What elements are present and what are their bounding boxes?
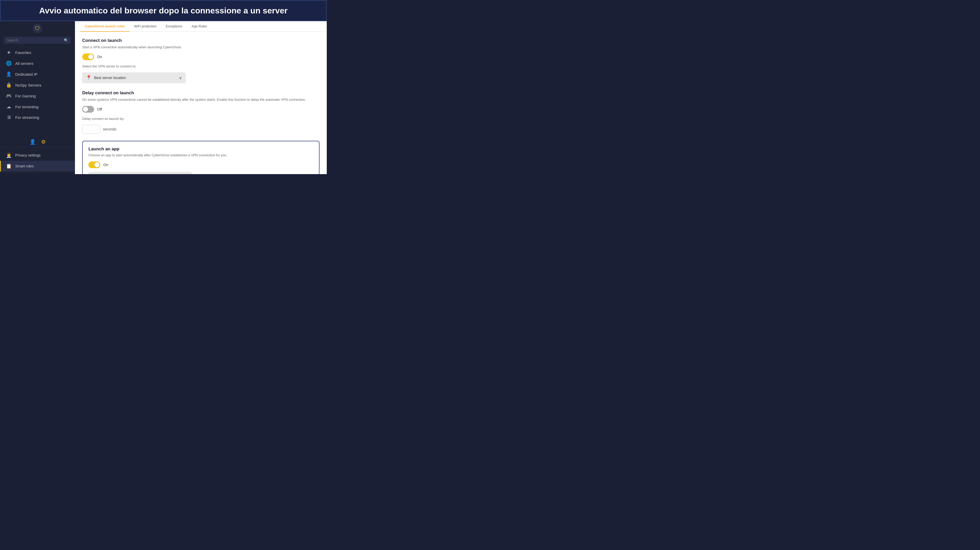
app-layout: 🛡 🔍 ★ Favorites 🌐 All servers 👤 Dedicate… — [0, 21, 327, 174]
gamepad-icon: 🎮 — [6, 93, 12, 99]
sidebar: 🛡 🔍 ★ Favorites 🌐 All servers 👤 Dedicate… — [0, 21, 75, 174]
launch-app-toggle-label: On — [103, 163, 108, 167]
sidebar-search[interactable]: 🔍 — [4, 37, 71, 44]
cloud-upload-icon: ☁ — [6, 104, 12, 109]
delay-unit-label: seconds — [103, 127, 116, 131]
server-location-dropdown[interactable]: 📍 Best server location ∨ — [82, 72, 186, 83]
delay-connect-title: Delay connect on launch — [82, 90, 320, 95]
app-logo: 🛡 — [33, 24, 42, 33]
person-icon: 👤 — [6, 71, 12, 77]
tab-cyberghost-launch-rules[interactable]: CyberGhost launch rules — [80, 21, 129, 32]
delay-label: Delay connect on launch by: — [82, 116, 320, 121]
sidebar-item-label: For Gaming — [15, 94, 36, 98]
search-icon: 🔍 — [64, 38, 68, 42]
tab-wifi-protection[interactable]: WiFi protection — [129, 21, 161, 32]
browser-app-dropdown[interactable]: e Open default browser in incognito mode… — [88, 172, 192, 174]
sidebar-item-label: For streaming — [15, 115, 39, 120]
tab-exceptions[interactable]: Exceptions — [161, 21, 187, 32]
connect-on-launch-section: Connect on launch Start a VPN connection… — [82, 38, 320, 83]
toggle-thumb-off — [83, 107, 88, 112]
sidebar-item-smart-rules[interactable]: 📋 Smart rules — [0, 161, 75, 171]
sidebar-item-for-gaming[interactable]: 🎮 For Gaming — [0, 90, 75, 101]
content-body: Connect on launch Start a VPN connection… — [75, 32, 327, 174]
rules-icon: 📋 — [6, 163, 12, 169]
connect-on-launch-toggle[interactable] — [82, 54, 94, 60]
search-input[interactable] — [7, 38, 64, 42]
globe-icon: 🌐 — [6, 60, 12, 66]
lock-icon: 🔒 — [6, 82, 12, 88]
toggle-thumb — [88, 54, 93, 59]
connect-on-launch-desc: Start a VPN connection automatically whe… — [82, 45, 320, 50]
sidebar-item-label: For torrenting — [15, 105, 38, 109]
sidebar-bottom: 🧑‍💼 Privacy settings 📋 Smart rules — [0, 147, 75, 174]
sidebar-item-label: Favorites — [15, 51, 31, 55]
launch-app-desc: Choose an app to start automatically aft… — [88, 153, 313, 158]
location-pin-icon: 📍 — [86, 75, 92, 81]
launch-app-section: Launch an app Choose an app to start aut… — [82, 141, 320, 174]
delay-row: seconds — [82, 125, 320, 133]
settings-icon[interactable]: ⚙ — [41, 139, 46, 145]
toggle-track-off — [82, 106, 94, 113]
sidebar-item-label: All servers — [15, 61, 33, 66]
delay-seconds-input[interactable] — [82, 125, 100, 133]
privacy-icon: 🧑‍💼 — [6, 152, 12, 158]
user-profile-icon[interactable]: 👤 — [29, 139, 36, 145]
launch-app-toggle-row: On — [88, 162, 313, 168]
sidebar-item-favorites[interactable]: ★ Favorites — [0, 47, 75, 58]
launch-app-toggle-thumb — [94, 162, 100, 167]
launch-app-title: Launch an app — [88, 146, 313, 152]
sidebar-item-privacy-settings[interactable]: 🧑‍💼 Privacy settings — [0, 150, 75, 161]
connect-on-launch-title: Connect on launch — [82, 38, 320, 43]
sidebar-item-label: NoSpy Servers — [15, 83, 41, 87]
sidebar-item-dedicated-ip[interactable]: 👤 Dedicated IP — [0, 69, 75, 79]
star-icon: ★ — [6, 49, 12, 55]
connect-on-launch-toggle-row: On — [82, 54, 320, 60]
sidebar-item-for-torrenting[interactable]: ☁ For torrenting — [0, 101, 75, 112]
launch-app-toggle-track — [88, 162, 100, 168]
connect-on-launch-toggle-label: On — [97, 55, 102, 59]
sidebar-item-label: Dedicated IP — [15, 72, 38, 76]
delay-connect-toggle[interactable] — [82, 106, 94, 113]
sidebar-item-label: Privacy settings — [15, 153, 41, 157]
tab-app-rules[interactable]: App Rules — [187, 21, 212, 32]
header-banner: Avvio automatico del browser dopo la con… — [0, 0, 327, 21]
delay-connect-toggle-label: Off — [97, 107, 102, 111]
sidebar-item-label: Smart rules — [15, 164, 34, 168]
delay-connect-toggle-row: Off — [82, 106, 320, 113]
server-location-value: Best server location — [94, 76, 126, 80]
server-select-label: Select the VPN server to connect to: — [82, 64, 320, 69]
logo-area: 🛡 — [0, 21, 75, 34]
bottom-icons-row: 👤 ⚙ — [0, 137, 75, 147]
tabs-bar: CyberGhost launch rules WiFi protection … — [75, 21, 327, 32]
chevron-down-icon: ∨ — [179, 75, 182, 80]
sidebar-nav: ★ Favorites 🌐 All servers 👤 Dedicated IP… — [0, 46, 75, 137]
sidebar-item-all-servers[interactable]: 🌐 All servers — [0, 58, 75, 69]
sidebar-item-for-streaming[interactable]: 🖥 For streaming — [0, 112, 75, 123]
sidebar-item-nospy-servers[interactable]: 🔒 NoSpy Servers — [0, 79, 75, 90]
delay-connect-section: Delay connect on launch On some systems … — [82, 90, 320, 133]
delay-connect-desc: On some systems VPN connections cannot b… — [82, 97, 320, 102]
toggle-track — [82, 54, 94, 60]
main-content: CyberGhost launch rules WiFi protection … — [75, 21, 327, 174]
header-title: Avvio automatico del browser dopo la con… — [11, 5, 316, 16]
launch-app-toggle[interactable] — [88, 162, 100, 168]
dropdown-left: 📍 Best server location — [86, 75, 126, 81]
screen-icon: 🖥 — [6, 115, 12, 120]
